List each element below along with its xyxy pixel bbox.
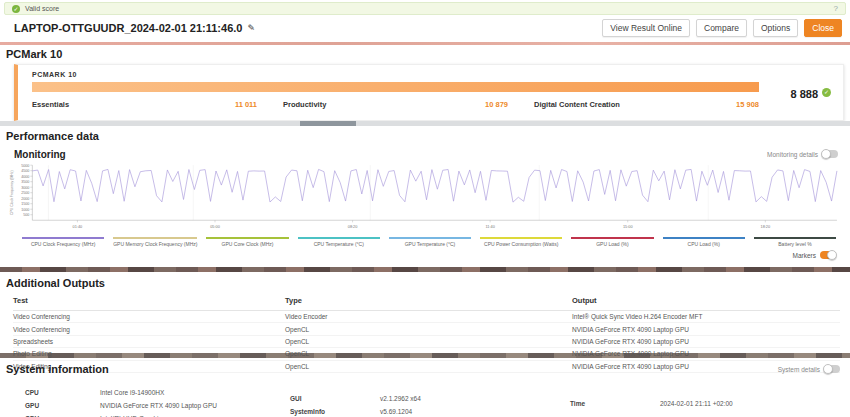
col-header-test: Test — [13, 296, 285, 305]
sys-value-cpu: Intel Core i9-14900HX — [100, 389, 164, 396]
legend-gpu-core-clock[interactable]: GPU Core Clock (MHz) — [206, 237, 288, 247]
subscore-value: 10 879 — [485, 100, 508, 109]
result-header: LAPTOP-OTTGUUDR_2024-02-01 21:11:46.0 ✎ … — [0, 15, 850, 41]
sys-label-gui: GUI — [290, 395, 302, 402]
legend-cpu-clock[interactable]: CPU Clock Frequency (MHz) — [22, 237, 104, 247]
table-row: Video ConferencingVideo EncoderIntel® Qu… — [13, 311, 840, 323]
legend-swatch — [571, 237, 653, 239]
view-result-online-button[interactable]: View Result Online — [602, 19, 690, 37]
svg-text:2500: 2500 — [21, 191, 29, 195]
sys-label-systeminfo: SystemInfo — [290, 408, 325, 415]
compare-button[interactable]: Compare — [696, 19, 747, 37]
sys-value-gui: v2.1.2962 x64 — [380, 395, 421, 402]
legend-swatch — [298, 237, 380, 239]
legend-swatch — [22, 237, 104, 239]
monitoring-details-toggle[interactable] — [822, 150, 838, 158]
valid-score-banner: ✓ Valid score ? — [4, 2, 846, 15]
system-details-label: System details — [778, 366, 820, 373]
col-header-output: Output — [572, 296, 840, 305]
col-header-type: Type — [285, 296, 572, 305]
outputs-table-header: Test Type Output — [13, 289, 840, 311]
legend-swatch — [480, 237, 562, 239]
svg-text:05:00: 05:00 — [210, 224, 220, 229]
legend-cpu-load[interactable]: CPU Load (%) — [663, 237, 745, 247]
subscore-label: Essentials — [32, 100, 69, 109]
additional-outputs-section: Additional Outputs Test Type Output Vide… — [0, 272, 850, 353]
svg-text:4500: 4500 — [21, 169, 29, 173]
additional-outputs-title: Additional Outputs — [6, 277, 850, 289]
chart-legend: CPU Clock Frequency (MHz) GPU Memory Clo… — [22, 237, 836, 247]
performance-section-title: Performance data — [6, 130, 850, 142]
monitoring-details-label: Monitoring details — [767, 151, 818, 158]
svg-text:1500: 1500 — [21, 202, 29, 206]
svg-text:500: 500 — [23, 213, 29, 217]
sys-value-gpu: NVIDIA GeForce RTX 4090 Laptop GPU — [100, 402, 217, 409]
subscore-essentials: Essentials 11 011 — [32, 100, 257, 109]
markers-toggle[interactable] — [820, 251, 836, 259]
system-info-grid: CPU Intel Core i9-14900HX GPU NVIDIA GeF… — [0, 375, 850, 417]
subscore-value: 11 011 — [235, 100, 257, 109]
valid-check-icon: ✓ — [12, 5, 20, 13]
valid-score-label: Valid score — [25, 5, 834, 12]
sys-label-gpu: GPU — [25, 402, 39, 409]
table-row: SpreadsheetsOpenCLNVIDIA GeForce RTX 409… — [13, 336, 840, 348]
pcmark-main-score: 8 888 — [790, 88, 818, 100]
edit-pencil-icon[interactable]: ✎ — [247, 23, 255, 33]
pcmark-section: PCMark 10 PCMARK 10 Essentials 11 011 Pr… — [0, 45, 850, 121]
system-information-section: System information System details CPU In… — [0, 358, 850, 417]
svg-text:15:00: 15:00 — [623, 224, 633, 229]
monitoring-title: Monitoring — [14, 149, 850, 160]
svg-text:08:20: 08:20 — [348, 224, 358, 229]
subscore-label: Digital Content Creation — [534, 100, 620, 109]
help-icon[interactable]: ? — [834, 4, 838, 13]
legend-gpu-load[interactable]: GPU Load (%) — [571, 237, 653, 247]
performance-section: Performance data Monitoring Monitoring d… — [0, 126, 850, 267]
pcmark-card-label: PCMARK 10 — [32, 71, 831, 78]
svg-text:3000: 3000 — [21, 186, 29, 190]
subscore-productivity: Productivity 10 879 — [283, 100, 508, 109]
svg-text:01:40: 01:40 — [73, 224, 83, 229]
pcmark-score-card: PCMARK 10 Essentials 11 011 Productivity… — [14, 64, 844, 121]
svg-text:2000: 2000 — [21, 197, 29, 201]
sys-value-time: 2024-02-01 21:11 +02:00 — [660, 400, 733, 407]
legend-cpu-power[interactable]: CPU Power Consumption (Watts) — [480, 237, 562, 247]
legend-gpu-temp[interactable]: GPU Temperature (°C) — [389, 237, 471, 247]
legend-swatch — [206, 237, 288, 239]
system-information-title: System information — [6, 363, 778, 375]
legend-gpu-mem-clock[interactable]: GPU Memory Clock Frequency (MHz) — [113, 237, 197, 247]
sys-label-time: Time — [570, 400, 585, 407]
subscore-digital-content-creation: Digital Content Creation 15 908 — [534, 100, 759, 109]
monitoring-chart-svg: 5001000150020002500300035004000450050000… — [8, 162, 842, 234]
pcmark-score-bar — [32, 82, 759, 92]
svg-text:5000: 5000 — [21, 163, 29, 167]
subscore-label: Productivity — [283, 100, 326, 109]
svg-text:3500: 3500 — [21, 180, 29, 184]
monitoring-chart[interactable]: 5001000150020002500300035004000450050000… — [8, 162, 842, 234]
legend-swatch — [663, 237, 745, 239]
pcmark-section-title: PCMark 10 — [6, 48, 850, 60]
subscore-value: 15 908 — [736, 100, 759, 109]
system-details-toggle[interactable] — [824, 365, 840, 373]
svg-text:18:20: 18:20 — [760, 224, 770, 229]
close-button[interactable]: Close — [804, 19, 842, 37]
svg-text:4000: 4000 — [21, 175, 29, 179]
svg-text:11:40: 11:40 — [485, 224, 495, 229]
legend-swatch — [113, 237, 197, 239]
sys-label-cpu: CPU — [25, 389, 39, 396]
legend-swatch — [754, 237, 836, 239]
score-valid-check-icon: ✓ — [822, 88, 831, 97]
markers-label: Markers — [793, 252, 816, 259]
table-row: Video ConferencingOpenCLNVIDIA GeForce R… — [13, 323, 840, 335]
options-button[interactable]: Options — [753, 19, 798, 37]
legend-battery-level[interactable]: Battery level % — [754, 237, 836, 247]
legend-swatch — [389, 237, 471, 239]
result-title: LAPTOP-OTTGUUDR_2024-02-01 21:11:46.0 — [14, 22, 242, 34]
svg-text:1000: 1000 — [21, 208, 29, 212]
legend-cpu-temp[interactable]: CPU Temperature (°C) — [298, 237, 380, 247]
svg-text:CPU Clock Frequency (MHz): CPU Clock Frequency (MHz) — [10, 170, 14, 215]
sys-value-systeminfo: v5.69.1204 — [380, 408, 412, 415]
